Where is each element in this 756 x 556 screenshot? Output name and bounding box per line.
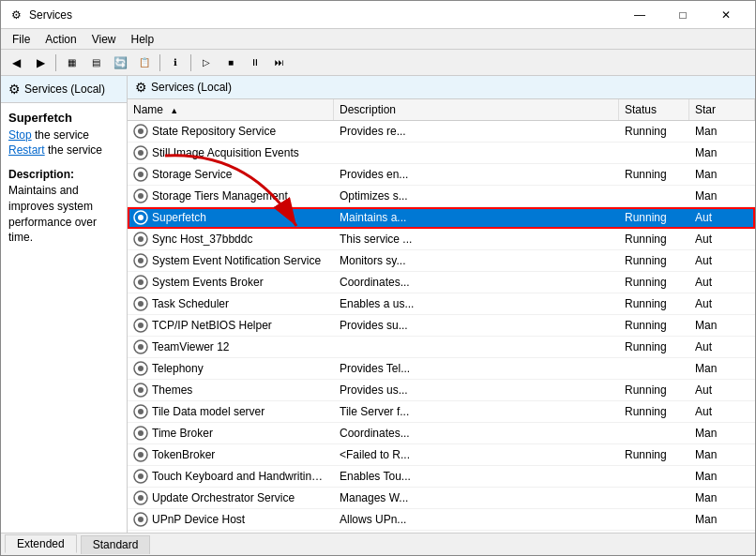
svg-point-32 bbox=[138, 452, 144, 458]
service-icon bbox=[133, 296, 148, 311]
service-name-text: Telephony bbox=[152, 362, 204, 375]
service-description-cell bbox=[334, 337, 619, 357]
service-icon bbox=[133, 447, 148, 462]
table-row[interactable]: System Events BrokerCoordinates...Runnin… bbox=[128, 272, 755, 293]
menu-help[interactable]: Help bbox=[124, 31, 162, 48]
service-description-cell: Provides re... bbox=[334, 121, 619, 142]
table-row[interactable]: UPnP Device HostAllows UPn...Man bbox=[128, 509, 755, 531]
svg-point-30 bbox=[138, 430, 144, 436]
service-status-cell bbox=[619, 143, 689, 163]
service-status-cell: Running bbox=[619, 531, 689, 533]
service-status-cell bbox=[619, 466, 689, 487]
sidebar-header-title: Services (Local) bbox=[24, 83, 105, 96]
close-button[interactable]: ✕ bbox=[704, 1, 748, 29]
content-area: ⚙ Services (Local) Name ▲ Description St… bbox=[128, 76, 755, 533]
menu-action[interactable]: Action bbox=[38, 31, 83, 48]
service-description-cell: Provides su... bbox=[334, 315, 619, 336]
service-status-cell: Running bbox=[619, 444, 689, 465]
properties-button[interactable]: ℹ bbox=[164, 53, 187, 73]
export-button[interactable]: 📋 bbox=[133, 53, 156, 73]
service-description-cell: Coordinates... bbox=[334, 272, 619, 293]
stop-link[interactable]: Stop bbox=[8, 128, 32, 142]
service-status-cell: Running bbox=[619, 293, 689, 314]
refresh-button[interactable]: 🔄 bbox=[109, 53, 131, 73]
service-name-text: UPnP Device Host bbox=[152, 513, 245, 526]
service-startup-cell: Man bbox=[689, 509, 755, 530]
col-name[interactable]: Name ▲ bbox=[128, 99, 334, 120]
service-name-cell: Sync Host_37bbddc bbox=[128, 229, 334, 249]
table-row[interactable]: Time BrokerCoordinates...Man bbox=[128, 423, 755, 444]
table-row[interactable]: User Data Access_37bbddcProvides ap...Ru… bbox=[128, 531, 755, 533]
table-row[interactable]: Still Image Acquisition EventsMan bbox=[128, 143, 755, 164]
table-row[interactable]: Storage Tiers ManagementOptimizes s...Ma… bbox=[128, 186, 755, 207]
service-startup-cell: Aut bbox=[689, 293, 755, 314]
restart-service-action: Restart the service bbox=[8, 143, 119, 157]
col-status[interactable]: Status bbox=[619, 99, 689, 120]
table-row[interactable]: Tile Data model serverTile Server f...Ru… bbox=[128, 401, 755, 423]
window-controls: — □ ✕ bbox=[618, 1, 748, 29]
table-row[interactable]: TelephonyProvides Tel...Man bbox=[128, 358, 755, 380]
svg-point-28 bbox=[138, 409, 144, 414]
table-row[interactable]: TeamViewer 12RunningAut bbox=[128, 337, 755, 358]
service-icon bbox=[133, 469, 148, 484]
tab-standard[interactable]: Standard bbox=[81, 535, 151, 554]
service-description-cell: <Failed to R... bbox=[334, 444, 619, 465]
service-name-cell: Still Image Acquisition Events bbox=[128, 143, 334, 163]
service-startup-cell: Man bbox=[689, 164, 755, 185]
menu-view[interactable]: View bbox=[84, 31, 124, 48]
table-row[interactable]: Touch Keyboard and Handwriting Panel Ser… bbox=[128, 466, 755, 488]
table-row[interactable]: TCP/IP NetBIOS HelperProvides su...Runni… bbox=[128, 315, 755, 337]
table-row[interactable]: TokenBroker<Failed to R...RunningMan bbox=[128, 444, 755, 466]
service-name-cell: Themes bbox=[128, 380, 334, 400]
tab-extended[interactable]: Extended bbox=[5, 534, 77, 553]
table-row[interactable]: Task SchedulerEnables a us...RunningAut bbox=[128, 293, 755, 315]
service-name-cell: Storage Service bbox=[128, 164, 334, 185]
minimize-button[interactable]: — bbox=[618, 1, 661, 29]
description-text: Maintains and improves system performanc… bbox=[1, 183, 127, 246]
service-status-cell: Running bbox=[619, 401, 689, 422]
service-name-text: Update Orchestrator Service bbox=[152, 491, 295, 504]
service-status-cell: Running bbox=[619, 380, 689, 400]
table-row[interactable]: ThemesProvides us...RunningAut bbox=[128, 380, 755, 401]
window-title: Services bbox=[29, 8, 618, 22]
service-name-text: Storage Service bbox=[152, 168, 232, 181]
restart-link[interactable]: Restart bbox=[8, 143, 45, 157]
service-icon bbox=[133, 512, 148, 527]
col-description[interactable]: Description bbox=[334, 99, 619, 120]
stop-service-button[interactable]: ■ bbox=[219, 53, 242, 73]
col-startup[interactable]: Star bbox=[689, 99, 755, 120]
svg-point-34 bbox=[138, 473, 144, 479]
service-name-cell: TokenBroker bbox=[128, 444, 334, 465]
service-startup-cell: Man bbox=[689, 143, 755, 163]
restart-service-button[interactable]: ⏭ bbox=[268, 53, 291, 73]
service-name-text: Time Broker bbox=[152, 427, 213, 440]
service-startup-cell: Man bbox=[689, 186, 755, 206]
service-startup-cell: Man bbox=[689, 121, 755, 142]
back-button[interactable]: ◀ bbox=[5, 53, 27, 73]
table-row[interactable]: Sync Host_37bbddcThis service ...Running… bbox=[128, 229, 755, 250]
scope-button[interactable]: ▤ bbox=[84, 53, 107, 73]
maximize-button[interactable]: □ bbox=[661, 1, 704, 29]
service-name-text: Sync Host_37bbddc bbox=[152, 233, 252, 246]
service-startup-cell: Man bbox=[689, 444, 755, 465]
forward-button[interactable]: ▶ bbox=[29, 53, 52, 73]
service-description-cell: Enables a us... bbox=[334, 293, 619, 314]
service-startup-cell: Man bbox=[689, 531, 755, 533]
pause-service-button[interactable]: ⏸ bbox=[244, 53, 266, 73]
service-startup-cell: Man bbox=[689, 466, 755, 487]
service-startup-cell: Aut bbox=[689, 380, 755, 400]
table-row[interactable]: Update Orchestrator ServiceManages W...M… bbox=[128, 488, 755, 509]
toolbar-sep-3 bbox=[190, 54, 191, 71]
table-row[interactable]: Storage ServiceProvides en...RunningMan bbox=[128, 164, 755, 186]
table-row[interactable]: SuperfetchMaintains a...RunningAut bbox=[128, 207, 755, 229]
service-name-text: TCP/IP NetBIOS Helper bbox=[152, 319, 272, 332]
service-name-cell: System Events Broker bbox=[128, 272, 334, 293]
menu-file[interactable]: File bbox=[5, 31, 38, 48]
services-table[interactable]: Name ▲ Description Status Star State Rep… bbox=[128, 99, 755, 533]
table-row[interactable]: State Repository ServiceProvides re...Ru… bbox=[128, 121, 755, 143]
table-row[interactable]: System Event Notification ServiceMonitor… bbox=[128, 250, 755, 272]
show-hide-console-tree-button[interactable]: ▦ bbox=[60, 53, 83, 73]
svg-point-20 bbox=[138, 323, 144, 328]
start-service-button[interactable]: ▷ bbox=[195, 53, 218, 73]
service-icon bbox=[133, 275, 148, 290]
